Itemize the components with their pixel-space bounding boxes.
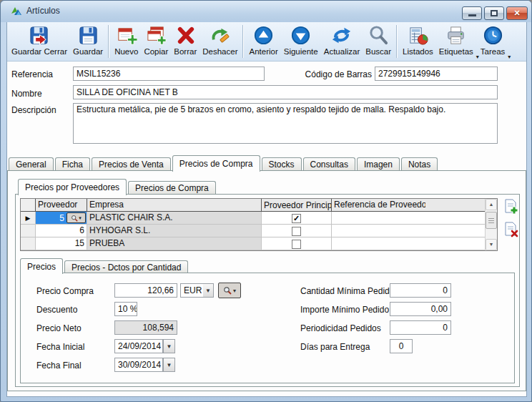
next-label: Siguiente	[284, 47, 318, 56]
pricetab-precios[interactable]: Precios	[20, 258, 63, 274]
copy-record-icon	[145, 24, 167, 46]
periodicidad-input[interactable]: 0	[390, 320, 451, 335]
currency-dropdown-icon[interactable]: ▼	[203, 283, 214, 298]
tab-general[interactable]: General	[9, 157, 54, 171]
grid-vertical-scrollbar[interactable]: ▲ ▼	[485, 199, 497, 250]
copy-button[interactable]: Copiar	[141, 23, 171, 60]
referencia-proveedor-cell[interactable]	[331, 225, 425, 237]
tab-notas[interactable]: Notas	[401, 157, 438, 171]
close-button[interactable]: ✕	[506, 6, 528, 20]
magnifier-icon	[71, 215, 78, 222]
fecha-final-dropdown-icon[interactable]: ▼	[163, 358, 175, 372]
labels-label: Etiquetas	[439, 47, 473, 56]
title-bar[interactable]: Artículos ✕	[1, 1, 532, 22]
supplier-lookup-button[interactable]: ▾	[218, 283, 241, 298]
row-selector	[21, 225, 35, 237]
subtab-precios-de-compra[interactable]: Precios de Compra	[128, 181, 216, 195]
grid-row-3[interactable]: 15 PRUEBA	[21, 237, 497, 250]
principal-cell[interactable]	[261, 237, 331, 250]
minimize-button[interactable]	[462, 6, 482, 20]
proveedor-cell-selected[interactable]: 5 ▾	[35, 212, 87, 224]
main-tab-bar: General Ficha Precios de Venta Precios d…	[9, 154, 439, 171]
nombre-label: Nombre	[11, 89, 42, 99]
pricetab-dctos-por-cantidad[interactable]: Precios - Dctos por Cantidad	[64, 260, 188, 273]
scrollbar-thumb[interactable]	[486, 212, 497, 229]
descuento-input[interactable]: 10 %	[114, 302, 137, 316]
next-icon	[290, 24, 312, 46]
empresa-cell[interactable]: PRUEBA	[87, 237, 261, 250]
referencia-proveedor-cell[interactable]	[331, 237, 425, 250]
delete-row-button[interactable]	[502, 220, 521, 239]
fecha-final-input[interactable]: 30/09/2014	[114, 358, 163, 372]
tab-consultas[interactable]: Consultas	[303, 157, 355, 171]
proveedor-value: 5	[38, 213, 66, 223]
precio-neto-label: Precio Neto	[36, 323, 82, 333]
application-window: Artículos ✕ Guardar Cerrar	[0, 0, 532, 402]
scroll-down-icon[interactable]: ▼	[486, 239, 497, 250]
refresh-button[interactable]: Actualizar	[321, 23, 363, 60]
window-title: Artículos	[26, 6, 60, 16]
add-row-icon	[503, 198, 520, 215]
undo-button[interactable]: Deshacer	[200, 23, 240, 60]
cell-lookup-button[interactable]: ▾	[66, 212, 86, 223]
referencia-label: Referencia	[11, 69, 53, 79]
referencia-input[interactable]: MSIL15236	[73, 67, 265, 81]
proveedores-grid: Proveedor Empresa Proveedor Principal Re…	[20, 198, 498, 251]
principal-checkbox[interactable]	[292, 240, 301, 249]
tab-precios-de-venta[interactable]: Precios de Venta	[92, 157, 171, 171]
proveedor-cell[interactable]: 6	[35, 225, 87, 237]
principal-checkbox[interactable]	[292, 227, 301, 236]
referencia-proveedor-cell[interactable]	[331, 212, 425, 224]
save-button[interactable]: Guardar	[70, 23, 106, 60]
proveedor-cell[interactable]: 15	[35, 237, 87, 250]
subtab-precios-por-proveedores[interactable]: Precios por Proveedores	[18, 179, 127, 195]
labels-button[interactable]: Etiquetas	[436, 23, 476, 60]
tab-precios-de-compra[interactable]: Precios de Compra	[172, 155, 260, 172]
magnifier-icon	[223, 286, 232, 295]
tab-ficha[interactable]: Ficha	[55, 157, 90, 171]
previous-button[interactable]: Anterior	[246, 23, 280, 60]
precio-compra-input[interactable]: 120,66	[114, 283, 177, 298]
new-button[interactable]: Nuevo	[112, 23, 141, 60]
codigo-barras-input[interactable]: 2729915149946	[375, 67, 498, 81]
tab-imagen[interactable]: Imagen	[357, 157, 400, 171]
empresa-cell[interactable]: PLASTIC CHAIR S.A.	[87, 212, 261, 224]
principal-checkbox[interactable]	[292, 214, 301, 223]
grid-header-empresa[interactable]: Empresa	[87, 199, 261, 211]
tasks-clock-icon	[482, 24, 504, 46]
dias-entrega-input[interactable]: 0	[390, 339, 413, 353]
add-row-button[interactable]	[502, 197, 521, 216]
cantidad-minima-input[interactable]: 0	[390, 283, 451, 298]
importe-minimo-input[interactable]: 0,00	[390, 302, 451, 316]
nombre-input[interactable]: SILLA DE OFICINA NET B	[73, 85, 498, 99]
descripcion-textarea[interactable]: Estructura metálica, pie de 5 brazos en …	[73, 103, 498, 144]
tab-stocks[interactable]: Stocks	[262, 157, 302, 171]
grid-header-referencia-proveedor[interactable]: Referencia de Proveedor	[331, 199, 425, 211]
maximize-button[interactable]	[484, 6, 504, 20]
new-record-icon	[115, 24, 137, 46]
search-button[interactable]: Buscar	[363, 23, 394, 60]
save-close-label: Guardar Cerrar	[11, 47, 67, 56]
grid-row-1[interactable]: ▶ 5 ▾ PLASTIC CHAIR S.A.	[21, 212, 497, 225]
principal-cell[interactable]	[261, 225, 331, 237]
undo-label: Deshacer	[202, 47, 237, 56]
fecha-inicial-input[interactable]: 24/09/2014	[114, 339, 163, 353]
scroll-up-icon[interactable]: ▲	[486, 199, 497, 210]
fecha-inicial-dropdown-icon[interactable]: ▼	[163, 339, 175, 353]
currency-select[interactable]: EUR	[180, 283, 203, 298]
reports-button[interactable]: Listados	[400, 23, 436, 60]
tasks-label: Tareas	[481, 47, 506, 56]
delete-button[interactable]: Borrar	[171, 23, 200, 60]
next-button[interactable]: Siguiente	[281, 23, 321, 60]
tasks-button[interactable]: Tareas	[478, 23, 508, 60]
importe-minimo-label: Importe Mínimo Pedido	[300, 305, 389, 315]
reports-icon	[407, 24, 429, 46]
undo-icon	[209, 24, 231, 46]
grid-header-proveedor-principal[interactable]: Proveedor Principal	[261, 199, 331, 211]
grid-row-2[interactable]: 6 HYHOGAR S.L.	[21, 225, 497, 237]
grid-header-proveedor[interactable]: Proveedor	[35, 199, 87, 211]
principal-cell[interactable]	[261, 212, 331, 224]
empresa-cell[interactable]: HYHOGAR S.L.	[87, 225, 261, 237]
tasks-dropdown-arrow-icon[interactable]: ▾	[508, 54, 511, 60]
save-close-button[interactable]: Guardar Cerrar	[9, 23, 70, 60]
